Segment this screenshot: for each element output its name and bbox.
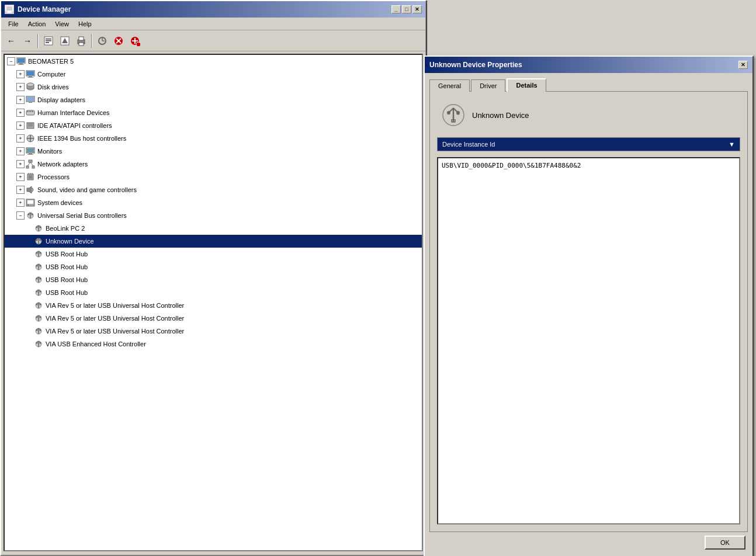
root-expand[interactable]: − (7, 57, 15, 65)
sound-icon (26, 185, 35, 194)
tree-root[interactable]: − BEOMASTER 5 (5, 55, 422, 68)
usb-child-3[interactable]: USB Root Hub (5, 260, 422, 273)
minimize-button[interactable]: _ (391, 5, 401, 13)
svg-rect-56 (29, 175, 32, 179)
svg-point-105 (40, 291, 41, 293)
svg-point-75 (40, 227, 41, 228)
cat-usb[interactable]: − Universal Serial Bus controllers (5, 209, 422, 222)
cat-monitors[interactable]: + Monitors (5, 145, 422, 158)
window-title: Device Manager (18, 5, 71, 13)
add-hardware-button[interactable] (127, 33, 143, 48)
usb-expand[interactable]: − (16, 211, 25, 220)
cat-network[interactable]: + Network adapters (5, 158, 422, 171)
print-button[interactable] (74, 33, 89, 48)
close-button[interactable]: ✕ (412, 5, 422, 13)
usb-child-5[interactable]: USB Root Hub (5, 286, 422, 299)
usb-child-2[interactable]: USB Root Hub (5, 248, 422, 260)
usb-child-4[interactable]: USB Root Hub (5, 273, 422, 286)
dialog-close-button[interactable]: ✕ (738, 61, 748, 69)
cat-ide-label: IDE ATA/ATAPI controllers (37, 122, 112, 129)
property-dropdown-arrow: ▼ (729, 141, 735, 148)
cat-sound-label: Sound, video and game controllers (37, 186, 137, 193)
computer-expand[interactable]: + (16, 70, 25, 78)
svg-rect-6 (46, 42, 49, 43)
processors-expand[interactable]: + (16, 173, 25, 181)
svg-rect-50 (29, 160, 32, 162)
cat-network-label: Network adapters (37, 161, 88, 168)
property-selector[interactable]: Device Instance Id ▼ (437, 137, 740, 151)
cat-sound[interactable]: + Sound, video and game controllers (5, 183, 422, 196)
ide-expand[interactable]: + (16, 121, 25, 130)
cat-computer[interactable]: + Computer (5, 68, 422, 81)
usb-root-hub-2-label: USB Root Hub (46, 263, 88, 270)
cat-hid[interactable]: + Human Interface Devices (5, 106, 422, 119)
hid-icon (26, 108, 35, 117)
usb-child-6[interactable]: VIA Rev 5 or later USB Universal Host Co… (5, 299, 422, 312)
processors-icon (26, 172, 35, 182)
svg-point-93 (40, 265, 41, 267)
usb-child-8[interactable]: VIA Rev 5 or later USB Universal Host Co… (5, 325, 422, 338)
usb-child-7[interactable]: VIA Rev 5 or later USB Universal Host Co… (5, 312, 422, 325)
cat-processors[interactable]: + Processors (5, 171, 422, 183)
via-2-icon (34, 314, 43, 323)
back-button[interactable]: ← (4, 33, 19, 48)
cat-disk[interactable]: + Disk drives (5, 81, 422, 93)
scan-button[interactable] (95, 33, 110, 48)
network-expand[interactable]: + (16, 160, 25, 168)
cat-disk-label: Disk drives (37, 84, 69, 91)
beolink-icon (34, 224, 43, 233)
cat-ieee-label: IEEE 1394 Bus host controllers (37, 135, 126, 142)
cat-computer-label: Computer (37, 71, 65, 78)
root-label: BEOMASTER 5 (28, 58, 74, 65)
cat-ieee[interactable]: + IEEE 1394 Bus host controllers (5, 132, 422, 145)
via-1-icon (34, 301, 43, 310)
tab-general[interactable]: General (429, 79, 470, 92)
menu-file[interactable]: File (4, 19, 23, 29)
usb-child-unknown[interactable]: Unknown Device (5, 235, 422, 248)
unknown-device-icon (34, 237, 43, 246)
menu-action[interactable]: Action (23, 19, 51, 29)
menu-help[interactable]: Help (74, 19, 96, 29)
svg-line-54 (30, 162, 33, 166)
update-driver-button[interactable] (57, 33, 72, 48)
disk-expand[interactable]: + (16, 83, 25, 91)
system-icon (26, 198, 35, 207)
svg-point-123 (40, 329, 41, 331)
properties-button[interactable] (41, 33, 56, 48)
cat-monitors-label: Monitors (37, 148, 62, 155)
tab-driver[interactable]: Driver (471, 79, 505, 92)
remove-button[interactable] (111, 33, 126, 48)
ieee-expand[interactable]: + (16, 134, 25, 143)
system-expand[interactable]: + (16, 199, 25, 207)
svg-rect-29 (27, 71, 34, 75)
display-expand[interactable]: + (16, 96, 25, 104)
dialog-title: Unknown Device Properties (429, 61, 522, 69)
network-icon (26, 159, 35, 169)
svg-point-92 (36, 265, 38, 267)
maximize-button[interactable]: □ (402, 5, 411, 13)
hid-expand[interactable]: + (16, 109, 25, 117)
cat-system[interactable]: + System devices (5, 196, 422, 209)
cat-ide[interactable]: + IDE ATA/ATAPI controllers (5, 119, 422, 132)
svg-point-116 (36, 317, 38, 318)
tab-details[interactable]: Details (507, 78, 546, 92)
svg-rect-38 (29, 111, 31, 112)
device-tree[interactable]: − BEOMASTER 5 + Computer + (4, 54, 423, 551)
ok-button[interactable]: OK (705, 536, 745, 550)
svg-rect-5 (46, 40, 51, 41)
forward-button[interactable]: → (20, 33, 35, 48)
sound-expand[interactable]: + (16, 186, 25, 194)
menu-view[interactable]: View (50, 19, 74, 29)
usb-child-0[interactable]: BeoLink PC 2 (5, 222, 422, 235)
usb-child-9[interactable]: VIA USB Enhanced Host Controller (5, 338, 422, 350)
dialog-title-bar: Unknown Device Properties ✕ (425, 57, 752, 73)
title-bar: Device Manager _ □ ✕ (1, 1, 425, 18)
monitors-expand[interactable]: + (16, 147, 25, 155)
cat-display[interactable]: + Display adapters (5, 93, 422, 106)
svg-rect-63 (27, 204, 29, 206)
svg-rect-42 (28, 126, 33, 126)
cat-usb-label: Universal Serial Bus controllers (37, 212, 127, 219)
svg-rect-10 (79, 37, 84, 40)
cat-system-label: System devices (37, 199, 82, 206)
svg-point-129 (40, 342, 41, 344)
